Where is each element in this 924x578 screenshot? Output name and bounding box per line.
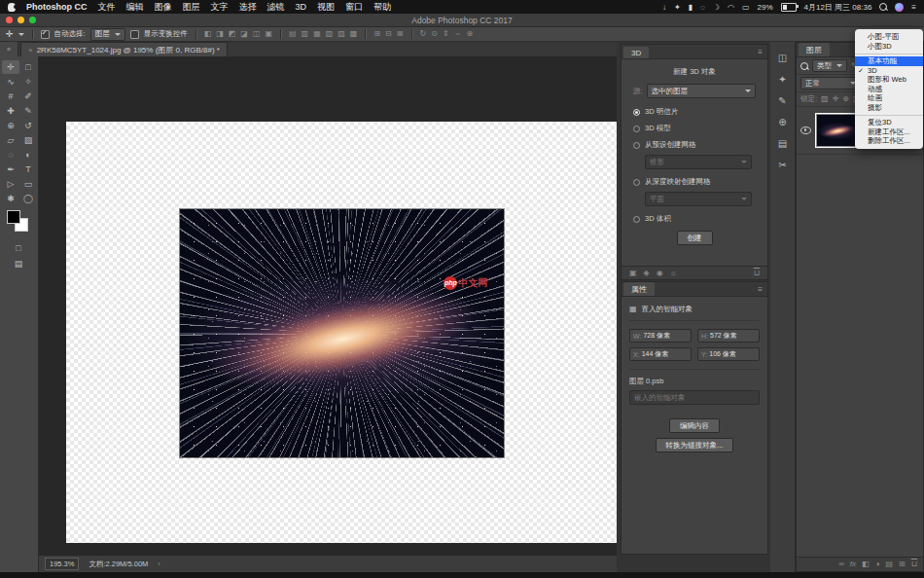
- brush-tool[interactable]: ✎: [19, 104, 37, 118]
- panel-menu-icon[interactable]: ≡: [755, 48, 765, 58]
- lock-pixels-icon[interactable]: ✛: [833, 95, 839, 103]
- adjustment-layer-icon[interactable]: ◑: [875, 560, 880, 568]
- layer-style-fx-icon[interactable]: fx: [850, 560, 856, 568]
- healing-brush-tool[interactable]: ✚: [2, 104, 19, 118]
- lasso-tool[interactable]: ∿: [2, 75, 19, 89]
- menu-edit[interactable]: 编辑: [126, 1, 144, 14]
- warp-icon[interactable]: ⊠: [397, 30, 404, 38]
- mesh-filter-icon[interactable]: ◈: [644, 270, 650, 277]
- tab-layers[interactable]: 图层: [799, 43, 830, 56]
- create-button[interactable]: 创建: [677, 231, 713, 245]
- gradient-tool[interactable]: ▨: [19, 133, 37, 147]
- trash-icon[interactable]: ⊔: [754, 270, 760, 277]
- lock-position-icon[interactable]: ⊕: [842, 95, 849, 103]
- height-field[interactable]: H:572 像素: [697, 329, 760, 343]
- layer-visibility-eye-icon[interactable]: [800, 126, 811, 134]
- distribute-bottom-icon[interactable]: ▦: [313, 30, 321, 38]
- layer-filter-kind-dropdown[interactable]: 类型: [812, 59, 847, 72]
- lock-transparency-icon[interactable]: ▨: [821, 95, 829, 103]
- menu-layer[interactable]: 图层: [183, 1, 200, 14]
- light-filter-icon[interactable]: ☼: [670, 270, 677, 277]
- menu-3d[interactable]: 3D: [296, 2, 307, 12]
- menu-item-reset-3d[interactable]: 复位3D: [855, 118, 923, 127]
- transparent-document-area[interactable]: php 中文网: [66, 122, 617, 543]
- notification-center-icon[interactable]: ≡: [911, 3, 916, 12]
- quick-selection-tool[interactable]: ✧: [19, 75, 37, 89]
- clone-source-panel-icon[interactable]: ⊕: [770, 118, 795, 127]
- align-top-icon[interactable]: ◪: [240, 30, 248, 38]
- siri-icon[interactable]: [895, 3, 904, 12]
- download-status-icon[interactable]: ↓: [662, 3, 666, 12]
- width-field[interactable]: W:728 像素: [629, 329, 692, 343]
- canvas-area[interactable]: php 中文网: [39, 56, 617, 555]
- menu-item-delete-workspace[interactable]: 删除工作区...: [855, 136, 923, 146]
- menu-help[interactable]: 帮助: [373, 1, 391, 14]
- convert-to-linked-button[interactable]: 转换为链接对象...: [656, 438, 734, 452]
- align-right-icon[interactable]: ◩: [229, 30, 236, 38]
- distribute-top-icon[interactable]: ▤: [289, 30, 297, 38]
- battery-icon[interactable]: [781, 3, 797, 12]
- radio-mesh-from-preset[interactable]: 从预设创建网格: [633, 140, 756, 150]
- distribute-vcenter-icon[interactable]: ▥: [302, 30, 309, 38]
- distribute-left-icon[interactable]: ▧: [326, 30, 334, 38]
- menu-filter[interactable]: 滤镜: [267, 1, 285, 14]
- 3d-scale-mode-icon[interactable]: ⊕: [467, 30, 474, 38]
- menu-item-photography[interactable]: 摄影: [855, 103, 923, 113]
- spotlight-search-icon[interactable]: [879, 3, 887, 11]
- histogram-panel-icon[interactable]: ◫: [770, 54, 795, 63]
- auto-align-icon[interactable]: ⊞: [373, 30, 380, 38]
- character-panel-icon[interactable]: ▤: [770, 139, 795, 149]
- y-position-field[interactable]: Y:106 像素: [697, 347, 760, 361]
- swatches-panel-icon[interactable]: ✦: [770, 75, 795, 85]
- chevron-down-icon[interactable]: [18, 33, 24, 36]
- align-hcenter-icon[interactable]: ◨: [216, 30, 224, 38]
- 3d-rotate-mode-icon[interactable]: ↻: [420, 30, 427, 38]
- new-group-icon[interactable]: ▤: [885, 560, 893, 568]
- add-mask-icon[interactable]: ◧: [862, 560, 870, 568]
- auto-blend-icon[interactable]: ⊟: [385, 30, 392, 38]
- assistant-icon[interactable]: ✦: [674, 3, 681, 12]
- menu-type[interactable]: 文字: [211, 1, 229, 14]
- menu-image[interactable]: 图像: [155, 1, 172, 14]
- radio-3d-model[interactable]: 3D 模型: [633, 124, 756, 133]
- radio-mesh-from-depth-map[interactable]: 从深度映射创建网格: [633, 177, 756, 187]
- menu-view[interactable]: 视图: [317, 1, 335, 14]
- display-icon[interactable]: ▭: [742, 3, 750, 12]
- layer-thumbnail[interactable]: [815, 113, 860, 148]
- menu-item-painting[interactable]: 绘画: [855, 93, 923, 103]
- paths-panel-icon[interactable]: ✂: [770, 161, 795, 170]
- panel-menu-icon[interactable]: ≡: [755, 285, 765, 296]
- zoom-level-field[interactable]: 195.3%: [45, 558, 79, 570]
- scene-filter-icon[interactable]: ▣: [629, 270, 637, 277]
- crop-tool[interactable]: #: [2, 90, 19, 103]
- menu-item-new-workspace[interactable]: 新建工作区...: [855, 127, 923, 137]
- link-layers-icon[interactable]: ∞: [838, 560, 844, 568]
- radio-3d-postcard[interactable]: 3D 明信片: [633, 107, 756, 117]
- clone-stamp-tool[interactable]: ⊕: [2, 119, 19, 132]
- trash-icon[interactable]: ⊔: [911, 560, 917, 568]
- type-tool[interactable]: T: [19, 163, 37, 176]
- menu-window[interactable]: 窗口: [345, 1, 363, 14]
- new-layer-icon[interactable]: ⊞: [899, 560, 906, 568]
- history-brush-tool[interactable]: ↺: [19, 119, 37, 132]
- blend-mode-dropdown[interactable]: 正常: [800, 77, 861, 90]
- apple-menu-icon[interactable]: [8, 3, 16, 12]
- document-tab[interactable]: × 2RK58MC5YT_1024.jpg @ 195% (图层 0, RGB/…: [20, 42, 228, 56]
- 3d-roll-mode-icon[interactable]: ⊙: [431, 30, 438, 38]
- pen-tool[interactable]: ✒: [2, 163, 19, 176]
- edit-contents-button[interactable]: 编辑内容: [669, 418, 720, 433]
- zoom-tool[interactable]: ◯: [19, 192, 37, 205]
- menubar-clock[interactable]: 4月12日 周三 08:36: [804, 2, 872, 13]
- dodge-tool[interactable]: ◐: [19, 148, 37, 162]
- radio-3d-volume[interactable]: 3D 体积: [633, 214, 756, 224]
- eyedropper-tool[interactable]: ✐: [19, 90, 37, 103]
- align-bottom-icon[interactable]: ▣: [265, 30, 272, 38]
- distribute-hcenter-icon[interactable]: ▨: [338, 30, 345, 38]
- quick-mask-button[interactable]: □: [10, 241, 27, 255]
- x-position-field[interactable]: X:144 像素: [629, 347, 692, 361]
- input-source-icon[interactable]: ▮: [689, 3, 693, 12]
- shape-tool[interactable]: ▭: [19, 177, 37, 191]
- move-tool[interactable]: ✛: [2, 60, 19, 74]
- moon-icon[interactable]: ☽: [713, 3, 720, 12]
- galaxy-image-layer[interactable]: php 中文网: [180, 209, 504, 457]
